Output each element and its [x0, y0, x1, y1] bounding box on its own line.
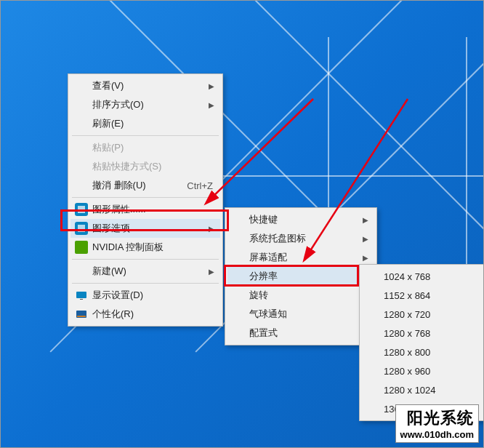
chevron-right-icon: ▶ [209, 225, 214, 233]
watermark: 阳光系统 www.010dh.com [395, 404, 479, 443]
menu-personalize[interactable]: 个性化(R) [70, 305, 220, 324]
chevron-right-icon: ▶ [209, 82, 214, 90]
separator [72, 135, 219, 136]
chevron-right-icon: ▶ [209, 101, 214, 109]
desktop-context-menu: 查看(V) ▶ 排序方式(O) ▶ 刷新(E) 粘贴(P) 粘贴快捷方式(S) … [68, 73, 223, 327]
menu-graphics-options[interactable]: 图形选项 ▶ [70, 219, 220, 238]
graphics-options-submenu: 快捷键 ▶ 系统托盘图标 ▶ 屏幕适配 ▶ 分辨率 ▶ 旋转 ▶ 气球通知 ▶ … [225, 207, 377, 345]
menu-screen-fit[interactable]: 屏幕适配 ▶ [227, 248, 374, 267]
shortcut: Ctrl+Z [187, 180, 213, 191]
display-icon [75, 289, 88, 302]
menu-undo-delete[interactable]: 撤消 删除(U) Ctrl+Z [70, 176, 220, 195]
personalize-icon [75, 308, 88, 321]
resolution-submenu: 1024 x 768 1152 x 864 1280 x 720 1280 x … [359, 264, 484, 421]
menu-rotation[interactable]: 旋转 ▶ [227, 286, 374, 305]
chevron-right-icon: ▶ [363, 216, 368, 224]
label: 1280 x 1024 [384, 385, 436, 396]
label: NVIDIA 控制面板 [92, 241, 164, 254]
resolution-option[interactable]: 1280 x 768 [362, 324, 484, 343]
menu-paste: 粘贴(P) [70, 138, 220, 157]
resolution-option[interactable]: 1280 x 1024 [362, 380, 484, 399]
svg-rect-2 [76, 292, 86, 298]
separator [72, 283, 219, 284]
label: 排序方式(O) [92, 98, 144, 111]
menu-nvidia-control-panel[interactable]: NVIDIA 控制面板 [70, 238, 220, 257]
label: 屏幕适配 [249, 251, 287, 264]
watermark-url: www.010dh.com [400, 429, 474, 440]
svg-rect-0 [78, 206, 85, 213]
label: 撤消 删除(U) [92, 179, 146, 192]
separator [72, 259, 219, 260]
label: 分辨率 [249, 270, 278, 283]
label: 图形选项 [92, 222, 130, 235]
label: 个性化(R) [92, 308, 134, 321]
resolution-option[interactable]: 1280 x 800 [362, 343, 484, 361]
resolution-option[interactable]: 1280 x 960 [362, 361, 484, 380]
label: 1280 x 800 [384, 347, 430, 358]
menu-config-mode[interactable]: 配置式 ▶ [227, 324, 374, 343]
nvidia-icon [75, 241, 88, 254]
label: 1280 x 768 [384, 328, 430, 339]
resolution-option[interactable]: 1152 x 864 [362, 286, 484, 305]
resolution-option[interactable]: 1280 x 720 [362, 305, 484, 324]
label: 1152 x 864 [384, 290, 430, 301]
label: 1024 x 768 [384, 271, 430, 282]
label: 气球通知 [249, 308, 287, 321]
resolution-option[interactable]: 1024 x 768 [362, 267, 484, 286]
svg-rect-3 [80, 299, 83, 300]
chevron-right-icon: ▶ [209, 268, 214, 276]
menu-balloon-notify[interactable]: 气球通知 ▶ [227, 305, 374, 324]
label: 旋转 [249, 289, 268, 302]
menu-view[interactable]: 查看(V) ▶ [70, 76, 220, 95]
menu-paste-shortcut: 粘贴快捷方式(S) [70, 157, 220, 176]
label: 1280 x 720 [384, 309, 430, 320]
label: 新建(W) [92, 265, 126, 278]
svg-rect-1 [78, 225, 85, 232]
label: 图形属性...... [92, 203, 146, 216]
label: 快捷键 [249, 213, 278, 226]
menu-refresh[interactable]: 刷新(E) [70, 114, 220, 133]
label: 显示设置(D) [92, 289, 143, 302]
menu-new[interactable]: 新建(W) ▶ [70, 262, 220, 281]
intel-icon [75, 203, 88, 216]
chevron-right-icon: ▶ [363, 254, 368, 262]
menu-resolution[interactable]: 分辨率 ▶ [227, 267, 374, 286]
menu-hotkeys[interactable]: 快捷键 ▶ [227, 210, 374, 229]
watermark-title: 阳光系统 [400, 407, 474, 429]
label: 系统托盘图标 [249, 232, 306, 245]
label: 1280 x 960 [384, 366, 430, 377]
label: 配置式 [249, 327, 278, 340]
separator [72, 197, 219, 198]
svg-rect-5 [77, 316, 86, 317]
label: 粘贴快捷方式(S) [92, 160, 161, 173]
label: 粘贴(P) [92, 141, 124, 154]
label: 刷新(E) [92, 117, 124, 130]
menu-graphics-properties[interactable]: 图形属性...... [70, 200, 220, 219]
chevron-right-icon: ▶ [363, 235, 368, 243]
menu-sort[interactable]: 排序方式(O) ▶ [70, 95, 220, 114]
label: 查看(V) [92, 79, 124, 92]
menu-tray-icon[interactable]: 系统托盘图标 ▶ [227, 229, 374, 248]
menu-display-settings[interactable]: 显示设置(D) [70, 286, 220, 305]
intel-icon [75, 222, 88, 235]
